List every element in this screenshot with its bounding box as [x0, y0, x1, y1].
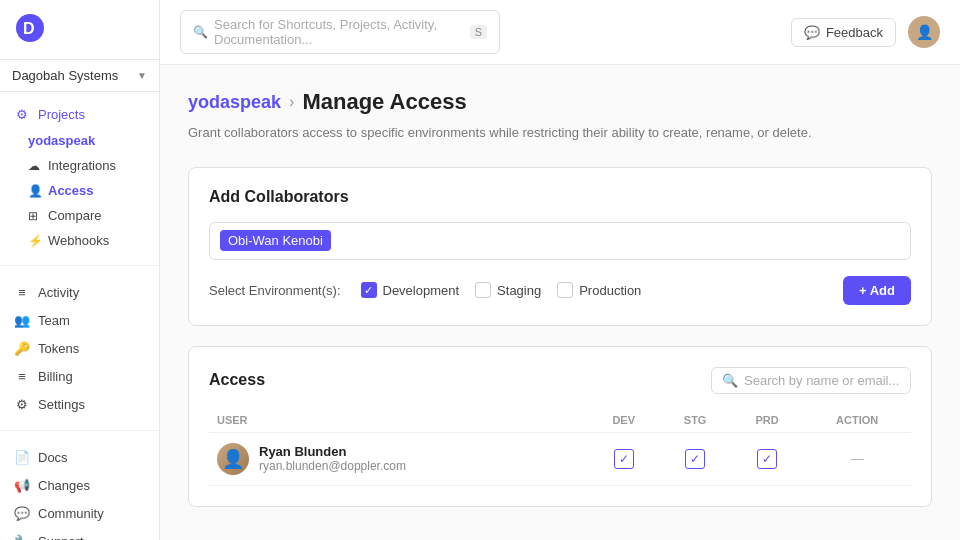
breadcrumb-separator: › — [289, 93, 294, 111]
access-search-placeholder: Search by name or email... — [744, 373, 899, 388]
env-prd-checkbox[interactable] — [557, 282, 573, 298]
add-collaborators-title: Add Collaborators — [209, 188, 911, 206]
chevron-down-icon: ▼ — [137, 70, 147, 81]
nav-docs: 📄 Docs 📢 Changes 💬 Community 🔧 Support 🕐… — [0, 435, 159, 540]
collaborator-tag: Obi-Wan Kenobi — [220, 230, 331, 251]
sidebar-item-label: Docs — [38, 450, 68, 465]
sidebar-item-label: Support — [38, 534, 84, 541]
sidebar-item-tokens[interactable]: 🔑 Tokens — [0, 334, 159, 362]
feedback-button[interactable]: 💬 Feedback — [791, 18, 896, 47]
nav-main: ≡ Activity 👥 Team 🔑 Tokens ≡ Billing ⚙ S… — [0, 270, 159, 426]
env-dev-checkbox[interactable] — [361, 282, 377, 298]
env-stg-checkbox[interactable] — [475, 282, 491, 298]
select-env-label: Select Environment(s): — [209, 283, 341, 298]
page-title: Manage Access — [302, 89, 466, 115]
sidebar-item-settings[interactable]: ⚙ Settings — [0, 390, 159, 418]
access-table: USER DEV STG PRD ACTION 👤 Ryan B — [209, 408, 911, 486]
sidebar-item-label: Activity — [38, 285, 79, 300]
sidebar-sub-item-integrations[interactable]: ☁ Integrations — [28, 153, 159, 178]
col-prd: PRD — [731, 408, 804, 433]
sidebar-item-community[interactable]: 💬 Community — [0, 499, 159, 527]
content-area: yodaspeak › Manage Access Grant collabor… — [160, 65, 960, 540]
sidebar-item-projects[interactable]: ⚙ Projects — [0, 100, 159, 128]
sidebar-sub-label: Webhooks — [48, 233, 109, 248]
sidebar-item-label: Tokens — [38, 341, 79, 356]
main-area: 🔍 Search for Shortcuts, Projects, Activi… — [160, 0, 960, 540]
webhook-icon: ⚡ — [28, 234, 42, 248]
key-icon: 🔑 — [14, 340, 30, 356]
sidebar-item-label: Settings — [38, 397, 85, 412]
stg-cell — [659, 432, 730, 485]
access-title: Access — [209, 371, 265, 389]
sidebar-item-label: Changes — [38, 478, 90, 493]
gear-icon: ⚙ — [14, 106, 30, 122]
header: 🔍 Search for Shortcuts, Projects, Activi… — [160, 0, 960, 65]
sidebar-sub-label: Compare — [48, 208, 101, 223]
sidebar-item-billing[interactable]: ≡ Billing — [0, 362, 159, 390]
sidebar-item-support[interactable]: 🔧 Support — [0, 527, 159, 540]
feedback-label: Feedback — [826, 25, 883, 40]
breadcrumb: yodaspeak › Manage Access — [188, 89, 932, 115]
sidebar-item-activity[interactable]: ≡ Activity — [0, 278, 159, 306]
avatar: 👤 — [217, 443, 249, 475]
divider — [0, 265, 159, 266]
sidebar-sub-projects: yodaspeak ☁ Integrations 👤 Access ⊞ Comp… — [0, 128, 159, 253]
sidebar-sub-label: Access — [48, 183, 94, 198]
compare-icon: ⊞ — [28, 209, 42, 223]
env-dev-label: Development — [383, 283, 460, 298]
col-stg: STG — [659, 408, 730, 433]
breadcrumb-project-link[interactable]: yodaspeak — [188, 92, 281, 113]
sidebar-item-label: Community — [38, 506, 104, 521]
add-button[interactable]: + Add — [843, 276, 911, 305]
user-name: Ryan Blunden — [259, 444, 406, 459]
access-search[interactable]: 🔍 Search by name or email... — [711, 367, 911, 394]
billing-icon: ≡ — [14, 368, 30, 384]
header-right: 💬 Feedback 👤 — [791, 16, 940, 48]
action-value: — — [851, 451, 864, 466]
sidebar-sub-item-access[interactable]: 👤 Access — [28, 178, 159, 203]
sidebar-sub-item-yodaspeak[interactable]: yodaspeak — [28, 128, 159, 153]
col-action: ACTION — [803, 408, 911, 433]
community-icon: 💬 — [14, 505, 30, 521]
dev-check — [614, 449, 634, 469]
table-row: 👤 Ryan Blunden ryan.blunden@doppler.com — [209, 432, 911, 485]
search-icon: 🔍 — [193, 25, 208, 39]
env-stg-group: Staging — [475, 282, 541, 298]
sidebar-item-team[interactable]: 👥 Team — [0, 306, 159, 334]
environment-selector-row: Select Environment(s): Development Stagi… — [209, 276, 911, 305]
nav-projects: ⚙ Projects yodaspeak ☁ Integrations 👤 Ac… — [0, 92, 159, 261]
sidebar-item-docs[interactable]: 📄 Docs — [0, 443, 159, 471]
env-prd-group: Production — [557, 282, 641, 298]
sidebar-item-label: Team — [38, 313, 70, 328]
dev-cell — [588, 432, 659, 485]
search-shortcut: S — [470, 25, 487, 39]
col-user: USER — [209, 408, 588, 433]
sidebar-sub-item-compare[interactable]: ⊞ Compare — [28, 203, 159, 228]
workspace-selector[interactable]: Dagobah Systems ▼ — [0, 59, 159, 92]
env-stg-label: Staging — [497, 283, 541, 298]
sidebar-item-label: Projects — [38, 107, 85, 122]
team-icon: 👥 — [14, 312, 30, 328]
svg-text:D: D — [23, 20, 35, 37]
collaborator-tag-input[interactable]: Obi-Wan Kenobi — [209, 222, 911, 260]
support-icon: 🔧 — [14, 533, 30, 540]
prd-check — [757, 449, 777, 469]
changes-icon: 📢 — [14, 477, 30, 493]
user-info: 👤 Ryan Blunden ryan.blunden@doppler.com — [217, 443, 580, 475]
divider-2 — [0, 430, 159, 431]
user-email: ryan.blunden@doppler.com — [259, 459, 406, 473]
action-cell: — — [803, 432, 911, 485]
add-collaborators-card: Add Collaborators Obi-Wan Kenobi Select … — [188, 167, 932, 326]
docs-icon: 📄 — [14, 449, 30, 465]
user-cell: 👤 Ryan Blunden ryan.blunden@doppler.com — [209, 432, 588, 485]
search-icon: 🔍 — [722, 373, 738, 388]
feedback-icon: 💬 — [804, 25, 820, 40]
search-bar[interactable]: 🔍 Search for Shortcuts, Projects, Activi… — [180, 10, 500, 54]
sidebar-sub-item-webhooks[interactable]: ⚡ Webhooks — [28, 228, 159, 253]
access-card: Access 🔍 Search by name or email... USER… — [188, 346, 932, 507]
sidebar-item-changes[interactable]: 📢 Changes — [0, 471, 159, 499]
env-dev-group: Development — [361, 282, 460, 298]
avatar[interactable]: 👤 — [908, 16, 940, 48]
stg-check — [685, 449, 705, 469]
user-icon: 👤 — [28, 184, 42, 198]
